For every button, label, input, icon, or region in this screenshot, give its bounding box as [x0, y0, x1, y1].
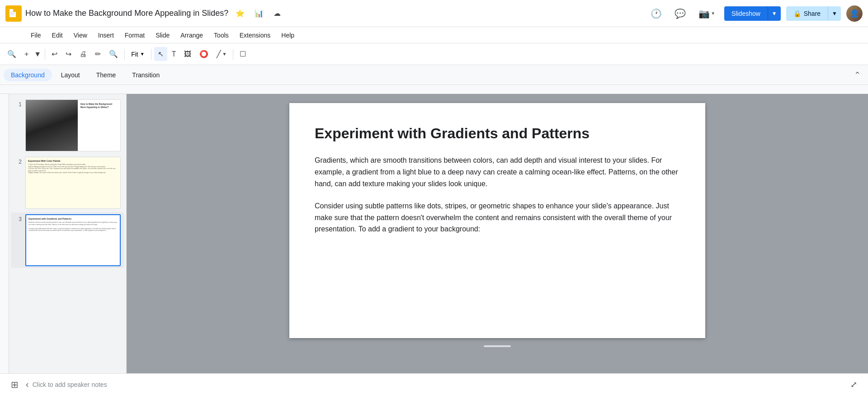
lock-icon: 🔒	[793, 10, 801, 17]
undo-button[interactable]: ↩	[48, 47, 61, 61]
slide2-preview-title: Experiment With Color Palette	[28, 160, 118, 162]
menu-tools[interactable]: Tools	[208, 30, 234, 41]
zoom-dropdown-arrow: ▼	[140, 52, 145, 56]
page-indicator	[484, 345, 511, 347]
slide-paragraph-2[interactable]: Consider using subtle patterns like dots…	[315, 200, 680, 235]
dog-silhouette	[26, 100, 78, 151]
menu-help[interactable]: Help	[276, 30, 300, 41]
slide-preview-2: Experiment With Color Palette 1. Open Yo…	[25, 157, 121, 209]
slide-thumbnail-1[interactable]: 1 How to Make the Background More Appeal…	[11, 98, 124, 153]
menu-format[interactable]: Format	[119, 30, 150, 41]
layout-button[interactable]: Layout	[54, 69, 87, 81]
separator-2	[124, 49, 125, 60]
history-button[interactable]: 🕐	[647, 5, 665, 22]
menu-edit[interactable]: Edit	[47, 30, 68, 41]
vertical-ruler	[0, 94, 9, 373]
menu-view[interactable]: View	[68, 30, 93, 41]
share-button[interactable]: 🔒 Share	[786, 6, 828, 21]
line-tool-button[interactable]: ╱ ▼	[213, 47, 230, 61]
image-tool-button[interactable]: 🖼	[180, 47, 195, 61]
main-area: 1 How to Make the Background More Appeal…	[0, 94, 868, 373]
search-button[interactable]: 🔍	[4, 47, 20, 61]
cloud-icon[interactable]: ☁	[270, 6, 284, 20]
menu-slide[interactable]: Slide	[150, 30, 175, 41]
shape-tool-button[interactable]: ⭕	[196, 47, 212, 61]
doc-title-area: How to Make the Background More Appealin…	[25, 6, 643, 20]
slide3-preview-body: Gradients, which are smooth transitions …	[28, 221, 118, 232]
svg-rect-4	[10, 14, 14, 15]
speaker-notes[interactable]: Click to add speaker notes	[33, 381, 847, 388]
add-dropdown-button[interactable]: ▼	[33, 47, 42, 61]
slide-canvas: Experiment with Gradients and Patterns G…	[289, 103, 705, 338]
slide-title[interactable]: Experiment with Gradients and Patterns	[315, 125, 680, 142]
share-btn-group: 🔒 Share ▼	[786, 6, 841, 21]
slide-thumbnail-2[interactable]: 2 Experiment With Color Palette 1. Open …	[11, 155, 124, 211]
doc-title[interactable]: How to Make the Background More Appealin…	[25, 9, 228, 18]
share-label: Share	[804, 10, 821, 17]
slide1-image	[26, 100, 78, 151]
toolbar: 🔍 + ▼ ↩ ↪ 🖨 ✏ 🔍 Fit ▼ ↖ T 🖼 ⭕ ╱ ▼ ☐	[0, 43, 868, 65]
present-icon[interactable]: 📊	[251, 6, 267, 20]
comment-button[interactable]: 💬	[671, 5, 689, 22]
slide-paragraph-1[interactable]: Gradients, which are smooth transitions …	[315, 155, 680, 189]
bottom-bar: ⊞ ‹ Click to add speaker notes ⤢	[0, 373, 868, 395]
fit-button[interactable]: ⤢	[847, 377, 861, 392]
share-dropdown-button[interactable]: ▼	[828, 6, 841, 21]
menu-extensions[interactable]: Extensions	[234, 30, 276, 41]
grid-view-button[interactable]: ⊞	[7, 377, 22, 392]
slideshow-btn-group: Slideshow ▼	[724, 6, 781, 21]
zoom-search-button[interactable]: 🔍	[105, 47, 122, 61]
paint-format-button[interactable]: ✏	[91, 47, 104, 61]
slide-preview-3: Experiment with Gradients and Patterns G…	[25, 214, 121, 266]
slide2-preview-body: 1. Open Your Presentation: Start by open…	[28, 164, 118, 174]
zoom-dropdown[interactable]: Fit ▼	[127, 49, 148, 60]
slide-number-2: 2	[14, 157, 22, 165]
text-tool-button[interactable]: T	[168, 47, 180, 61]
menu-bar: File Edit View Insert Format Slide Arran…	[0, 27, 868, 43]
slide-number-1: 1	[14, 99, 22, 108]
slide-scroll-area[interactable]: Experiment with Gradients and Patterns G…	[127, 94, 868, 373]
svg-rect-2	[10, 12, 15, 13]
slide-body: Gradients, which are smooth transitions …	[315, 155, 680, 235]
present-camera-button[interactable]: 📷 ▼	[695, 5, 719, 22]
slide-thumbnail-3[interactable]: 3 Experiment with Gradients and Patterns…	[11, 212, 124, 268]
collapse-toolbar-button[interactable]: ⌃	[850, 68, 864, 82]
avatar[interactable]: 👤	[846, 5, 863, 22]
separator-3	[151, 49, 151, 60]
slide1-preview-title: How to Make the Background More Appealin…	[80, 103, 118, 109]
title-icons: ⭐ 📊 ☁	[232, 6, 284, 20]
bottom-right-controls: ⤢	[847, 377, 861, 392]
slides-panel: 1 How to Make the Background More Appeal…	[9, 94, 127, 373]
background-button[interactable]: Background	[4, 69, 52, 81]
add-button[interactable]: +	[21, 47, 32, 61]
svg-rect-1	[13, 9, 16, 12]
slide1-text: How to Make the Background More Appealin…	[78, 100, 120, 151]
slideshow-button[interactable]: Slideshow	[724, 6, 768, 21]
print-button[interactable]: 🖨	[76, 47, 90, 61]
redo-button[interactable]: ↪	[62, 47, 75, 61]
avatar-image: 👤	[846, 5, 863, 22]
text-box-button[interactable]: ☐	[236, 47, 250, 61]
transition-button[interactable]: Transition	[125, 69, 167, 81]
slide-number-3: 3	[14, 214, 22, 222]
slide-preview-1: How to Make the Background More Appealin…	[25, 99, 121, 151]
separator-1	[45, 49, 45, 60]
horizontal-ruler	[0, 85, 868, 94]
menu-insert[interactable]: Insert	[93, 30, 119, 41]
camera-icon: 📷	[698, 8, 710, 19]
zoom-label: Fit	[131, 51, 138, 58]
select-tool-button[interactable]: ↖	[154, 47, 167, 61]
slideshow-dropdown-button[interactable]: ▼	[768, 6, 781, 21]
slide3-preview-title: Experiment with Gradients and Patterns	[28, 217, 118, 220]
header-right: 🕐 💬 📷 ▼ Slideshow ▼ 🔒 Share ▼ 👤	[647, 5, 863, 22]
menu-arrange[interactable]: Arrange	[175, 30, 208, 41]
collapse-panel-button[interactable]: ‹	[22, 377, 33, 391]
star-icon[interactable]: ⭐	[232, 6, 248, 20]
title-bar: How to Make the Background More Appealin…	[0, 0, 868, 27]
svg-rect-3	[10, 13, 15, 14]
theme-button[interactable]: Theme	[89, 69, 123, 81]
dropdown-arrow: ▼	[711, 11, 715, 16]
menu-file[interactable]: File	[25, 30, 47, 41]
slide-toolbar: Background Layout Theme Transition ⌃	[0, 65, 868, 85]
app-logo	[5, 5, 22, 22]
